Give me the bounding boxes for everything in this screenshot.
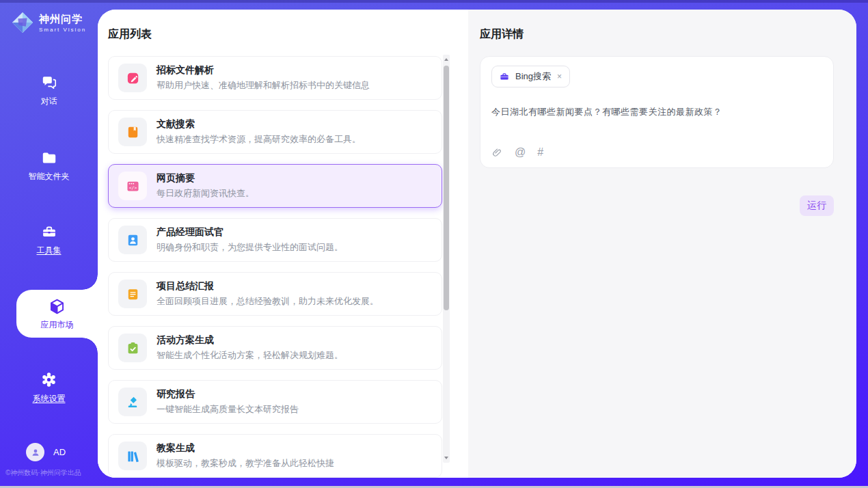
app-window: 神州问学 Smart Vision 对话 智能文件夹: [0, 0, 868, 488]
at-icon[interactable]: @: [515, 146, 526, 159]
prompt-card[interactable]: Bing搜索 × 今日湖北有哪些新闻要点？有哪些需要关注的最新政策？ @ #: [480, 56, 834, 168]
sidebar-item-label: 应用市场: [41, 319, 74, 331]
folder-icon: [40, 149, 58, 167]
app-list-item[interactable]: 活动方案生成 智能生成个性化活动方案，轻松解决规划难题。: [108, 326, 442, 370]
scroll-up-icon[interactable]: [444, 58, 448, 61]
sidebar-item-toolset[interactable]: 工具集: [0, 223, 98, 256]
app-description: 明确身份和职责，为您提供专业性的面试问题。: [157, 241, 343, 254]
notepad-icon: [118, 280, 147, 308]
app-description: 一键智能生成高质量长文本研究报告: [157, 403, 299, 416]
edit-doc-icon: [118, 64, 147, 92]
chip-close-icon[interactable]: ×: [556, 72, 562, 81]
sidebar-item-app-market-active[interactable]: 应用市场: [16, 290, 98, 338]
app-name: 产品经理面试官: [157, 226, 343, 239]
sidebar-item-settings[interactable]: 系统设置: [0, 370, 98, 405]
sidebar-item-label: 系统设置: [33, 393, 66, 405]
app-name: 研究报告: [157, 388, 299, 401]
sidebar-item-chat[interactable]: 对话: [0, 74, 98, 107]
app-list-item[interactable]: 招标文件解析 帮助用户快速、准确地理解和解析招标书中的关键信息: [108, 56, 442, 100]
brand-logo: 神州问学 Smart Vision: [11, 11, 86, 34]
app-name: 项目总结汇报: [157, 280, 379, 293]
brand-subtitle: Smart Vision: [39, 27, 86, 33]
cube-icon: [48, 297, 66, 316]
copyright-footer: ©神州数码·神州问学出品: [5, 468, 81, 478]
app-list: 招标文件解析 帮助用户快速、准确地理解和解析招标书中的关键信息 文献搜索 快速精…: [108, 56, 442, 478]
app-name: 文献搜索: [157, 118, 361, 131]
svg-text:</>: </>: [128, 185, 137, 190]
app-list-title: 应用列表: [108, 27, 152, 42]
clipboard-check-icon: [118, 334, 147, 362]
app-list-item[interactable]: 项目总结汇报 全面回顾项目进展，总结经验教训，助力未来优化发展。: [108, 272, 442, 316]
microscope-icon: [118, 388, 147, 416]
user-account[interactable]: AD: [26, 443, 66, 461]
app-list-panel: 应用列表 招标文件解析 帮助用户快速、准确地理解和解析招标书中的关键信息 文献搜…: [98, 10, 468, 478]
tool-chip-bing-search[interactable]: Bing搜索 ×: [491, 66, 570, 87]
run-button[interactable]: 运行: [800, 195, 834, 216]
window-top-edge: [0, 0, 868, 3]
books-icon: [118, 442, 147, 470]
app-description: 全面回顾项目进展，总结经验教训，助力未来优化发展。: [157, 295, 379, 308]
briefcase-icon: [499, 71, 510, 82]
paperclip-icon[interactable]: [491, 147, 503, 159]
app-list-item[interactable]: 产品经理面试官 明确身份和职责，为您提供专业性的面试问题。: [108, 218, 442, 262]
user-initials: AD: [53, 447, 66, 457]
sidebar-item-label: 工具集: [37, 245, 62, 256]
book-icon: [118, 118, 147, 146]
app-list-item[interactable]: 文献搜索 快速精准查找学术资源，提高研究效率的必备工具。: [108, 110, 442, 154]
scrollbar-thumb[interactable]: [444, 66, 449, 310]
app-name: 网页摘要: [157, 172, 254, 185]
toolbox-icon: [40, 223, 58, 241]
sidebar-item-label: 智能文件夹: [29, 171, 70, 182]
sidebar-item-smart-folder[interactable]: 智能文件夹: [0, 149, 98, 182]
app-description: 每日政府新闻资讯快查。: [157, 187, 254, 200]
chat-icon: [40, 74, 58, 92]
gear-icon: [40, 370, 58, 389]
app-description: 模板驱动，教案秒成，教学准备从此轻松快捷: [157, 457, 334, 470]
app-description: 智能生成个性化活动方案，轻松解决规划难题。: [157, 349, 343, 362]
app-detail-title: 应用详情: [480, 27, 524, 42]
main-content: 应用列表 招标文件解析 帮助用户快速、准确地理解和解析招标书中的关键信息 文献搜…: [98, 10, 856, 478]
app-list-item[interactable]: 研究报告 一键智能生成高质量长文本研究报告: [108, 380, 442, 424]
app-list-item[interactable]: 教案生成 模板驱动，教案秒成，教学准备从此轻松快捷: [108, 434, 442, 478]
tool-chip-label: Bing搜索: [515, 70, 551, 83]
scroll-down-icon[interactable]: [444, 457, 448, 459]
attachment-toolbar: @ #: [491, 146, 543, 159]
app-detail-panel: 应用详情 Bing搜索 × 今日湖北有哪些新闻要点？有哪些需要关注的最新政策？: [468, 10, 856, 478]
sidebar-item-label: 对话: [41, 96, 57, 107]
avatar: [26, 443, 44, 461]
scrollbar[interactable]: [443, 55, 450, 463]
brand-diamond-icon: [11, 11, 34, 34]
query-text[interactable]: 今日湖北有哪些新闻要点？有哪些需要关注的最新政策？: [491, 106, 822, 118]
sidebar: 神州问学 Smart Vision 对话 智能文件夹: [0, 0, 98, 488]
app-description: 快速精准查找学术资源，提高研究效率的必备工具。: [157, 133, 361, 146]
interviewer-icon: [118, 226, 147, 254]
app-name: 教案生成: [157, 442, 334, 455]
browser-code-icon: </>: [118, 172, 147, 200]
app-list-item[interactable]: </> 网页摘要 每日政府新闻资讯快查。: [108, 164, 442, 208]
app-name: 活动方案生成: [157, 334, 343, 347]
brand-name: 神州问学: [39, 13, 86, 26]
app-name: 招标文件解析: [157, 64, 370, 77]
hash-icon[interactable]: #: [537, 146, 543, 159]
app-description: 帮助用户快速、准确地理解和解析招标书中的关键信息: [157, 79, 370, 92]
